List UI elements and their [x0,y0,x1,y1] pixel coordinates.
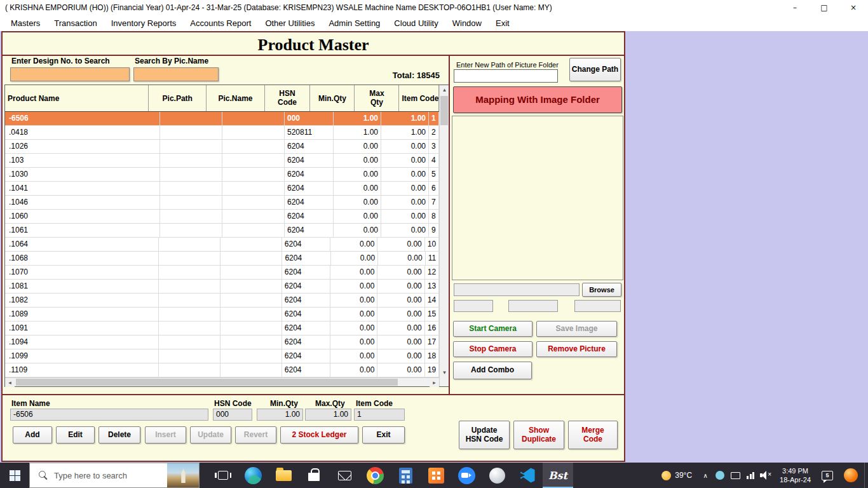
taskbar-app-store[interactable] [299,463,329,488]
grid-cell[interactable]: .0418 [5,126,160,139]
menu-inventory-reports[interactable]: Inventory Reports [104,18,184,28]
grid-cell[interactable]: 0.00 [377,294,424,307]
grid-cell[interactable]: 6204 [285,140,334,153]
grid-cell[interactable]: 0.00 [330,349,377,363]
grid-cell[interactable] [220,294,282,307]
column-header-product-name[interactable]: Product Name [5,85,149,111]
grid-cell[interactable] [222,196,285,209]
scroll-up-arrow[interactable]: ▴ [440,85,449,95]
small-field-3[interactable] [574,300,621,312]
search-highlight-image[interactable] [167,463,199,487]
grid-cell[interactable]: 0.00 [334,224,381,237]
grid-cell[interactable]: 7 [429,196,439,209]
grid-cell[interactable]: 11 [426,252,439,265]
grid-cell[interactable]: 0.00 [334,168,381,181]
taskbar-search[interactable]: Type here to search [29,463,200,488]
hidden-icons-button[interactable]: ∧ [698,472,712,479]
grid-cell[interactable] [159,238,220,251]
menu-accounts-report[interactable]: Accounts Report [183,18,258,28]
start-camera-button[interactable]: Start Camera [453,321,532,337]
taskbar-app-meeting[interactable] [451,463,482,488]
scrollbar-thumb[interactable] [440,96,448,125]
task-view-button[interactable] [208,463,238,488]
table-row[interactable]: -65060001.001.001 [5,112,439,126]
grid-cell[interactable] [159,336,220,349]
grid-cell[interactable] [160,126,222,139]
table-row[interactable]: .104162040.000.006 [5,182,439,196]
grid-cell[interactable] [222,224,285,237]
merge-code-button[interactable]: Merge Code [568,421,618,449]
grid-cell[interactable]: 0.00 [330,266,377,279]
volume-button[interactable]: × [758,471,773,480]
table-row[interactable]: .110962040.000.0019 [5,363,439,377]
table-row[interactable]: .104662040.000.007 [5,196,439,210]
grid-cell[interactable]: .1060 [5,210,160,223]
table-row[interactable]: .108962040.000.0015 [5,308,439,322]
grid-cell[interactable]: .1026 [5,140,160,153]
grid-cell[interactable]: 520811 [285,126,334,139]
maximize-button[interactable]: □ [810,0,839,15]
grid-cell[interactable]: 1.00 [334,112,381,125]
grid-cell[interactable] [222,168,285,181]
tray-orange-app-icon[interactable] [844,468,858,482]
clock[interactable]: 3:49 PM 18-Apr-24 [773,466,817,485]
grid-cell[interactable] [220,363,282,377]
table-row[interactable]: .109162040.000.0016 [5,322,439,336]
grid-cell[interactable]: 0.00 [334,210,381,223]
grid-cell[interactable]: .1068 [5,252,159,265]
show-duplicate-button[interactable]: Show Duplicate [513,421,564,449]
mapping-with-image-folder-button[interactable]: Mapping With Image Folder [453,86,622,113]
taskbar-app-busy-active[interactable]: Bst [543,463,573,488]
grid-cell[interactable]: 6204 [282,280,330,293]
grid-cell[interactable] [159,363,220,377]
grid-cell[interactable]: .103 [5,154,160,167]
edit-button[interactable]: Edit [56,426,95,444]
close-button[interactable]: × [839,0,868,15]
table-row[interactable]: .10362040.000.004 [5,154,439,168]
grid-cell[interactable]: 0.00 [377,308,424,321]
show-desktop-button[interactable] [864,463,868,488]
grid-cell[interactable]: 0.00 [377,322,424,335]
grid-cell[interactable]: 0.00 [334,154,381,167]
grid-cell[interactable]: 0.00 [334,140,381,153]
weather-widget[interactable]: 39°C [655,471,698,480]
table-row[interactable]: .109462040.000.0017 [5,336,439,349]
grid-cell[interactable]: 000 [285,112,334,125]
grid-cell[interactable]: 0.00 [381,140,429,153]
small-field-1[interactable] [454,300,493,312]
min-qty-field[interactable]: 1.00 [257,409,303,421]
table-row[interactable]: .103062040.000.005 [5,168,439,182]
grid-cell[interactable]: 6204 [285,224,334,237]
grid-cell[interactable]: 1 [429,112,439,125]
taskbar-app-orange[interactable] [421,463,451,488]
tray-app-button[interactable] [712,471,728,480]
grid-cell[interactable]: 0.00 [381,196,429,209]
grid-cell[interactable]: 8 [429,210,439,223]
grid-cell[interactable]: 6204 [282,294,330,307]
grid-cell[interactable]: 6204 [285,210,334,223]
grid-cell[interactable] [220,238,282,251]
column-header-item-code[interactable]: Item Code [399,85,439,111]
item-name-field[interactable]: -6506 [10,409,208,421]
grid-cell[interactable] [160,140,222,153]
grid-cell[interactable]: .1082 [5,294,159,307]
grid-cell[interactable]: 0.00 [334,196,381,209]
grid-cell[interactable]: 17 [425,336,439,349]
menu-other-utilities[interactable]: Other Utilities [258,18,322,28]
grid-cell[interactable] [160,196,222,209]
grid-cell[interactable]: 4 [429,154,439,167]
grid-cell[interactable] [220,280,282,293]
grid-cell[interactable]: 6204 [282,363,330,377]
taskbar-app-edge[interactable] [238,463,268,488]
grid-cell[interactable]: 15 [425,308,439,321]
remove-picture-button[interactable]: Remove Picture [536,341,617,357]
grid-cell[interactable] [160,210,222,223]
grid-cell[interactable]: 0.00 [377,336,424,349]
design-search-input[interactable] [10,67,130,81]
grid-cell[interactable]: .1064 [5,238,159,251]
horizontal-scrollbar[interactable]: ◂ ▸ [5,377,439,386]
grid-cell[interactable]: 10 [425,238,439,251]
grid-cell[interactable]: 6204 [282,252,330,265]
grid-cell[interactable] [159,294,220,307]
grid-cell[interactable]: .1070 [5,266,159,279]
